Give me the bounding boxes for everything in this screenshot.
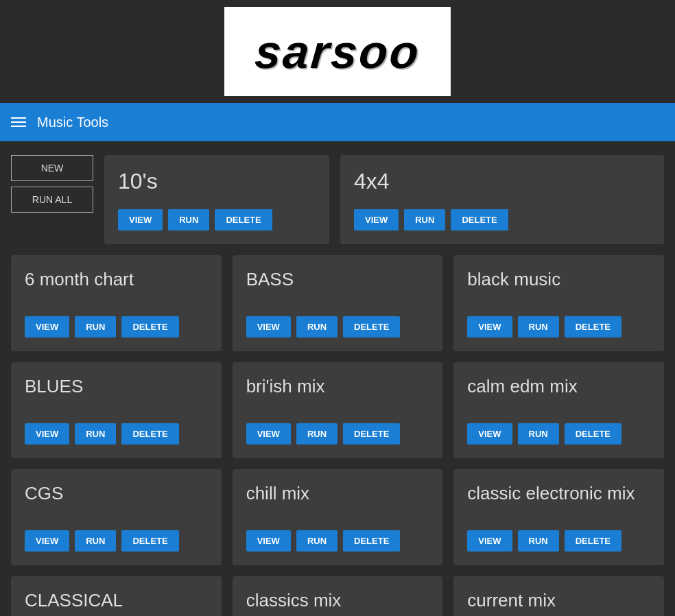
playlist-card-classical: CLASSICALVIEWRUNDELETE	[11, 576, 222, 616]
playlist-card-current-mix: current mixVIEWRUNDELETE	[453, 576, 664, 616]
logo-text: sarsoo	[252, 25, 423, 78]
delete-button-2[interactable]: DELETE	[565, 316, 621, 337]
card-title-3: BLUES	[25, 376, 208, 397]
playlist-card-classic-electronic-mix: classic electronic mixVIEWRUNDELETE	[453, 469, 664, 565]
playlist-card-black-music: black musicVIEWRUNDELETE	[453, 255, 664, 351]
view-button-4x4[interactable]: VIEW	[354, 209, 399, 230]
playlist-grid: 6 month chartVIEWRUNDELETEBASSVIEWRUNDEL…	[11, 255, 664, 616]
card-actions-7: VIEWRUNDELETE	[246, 530, 429, 552]
run-button-1[interactable]: RUN	[296, 316, 338, 337]
card-actions-8: VIEWRUNDELETE	[467, 530, 650, 552]
run-button-3[interactable]: RUN	[75, 423, 116, 445]
playlist-card-bri'ish-mix: bri'ish mixVIEWRUNDELETE	[233, 362, 443, 458]
card-title-7: chill mix	[246, 483, 429, 504]
card-actions-1: VIEWRUNDELETE	[246, 316, 429, 337]
toolbar-title: Music Tools	[37, 115, 108, 130]
delete-button-1[interactable]: DELETE	[343, 316, 400, 337]
delete-button-6[interactable]: DELETE	[121, 530, 178, 552]
run-button-4[interactable]: RUN	[296, 423, 338, 445]
card-title-8: classic electronic mix	[467, 483, 650, 504]
playlist-card-6-month-chart: 6 month chartVIEWRUNDELETE	[11, 255, 222, 351]
featured-row: 10's VIEW RUN DELETE 4x4 VIEW RUN DELETE	[104, 155, 664, 244]
view-button-6[interactable]: VIEW	[25, 530, 69, 552]
run-button-5[interactable]: RUN	[518, 423, 559, 445]
view-button-0[interactable]: VIEW	[25, 316, 69, 337]
card-title-4: bri'ish mix	[246, 376, 429, 397]
delete-button-4[interactable]: DELETE	[343, 423, 400, 445]
card-actions-4: VIEWRUNDELETE	[246, 423, 429, 445]
playlist-card-calm-edm-mix: calm edm mixVIEWRUNDELETE	[453, 362, 664, 458]
delete-button-7[interactable]: DELETE	[343, 530, 400, 552]
delete-button-5[interactable]: DELETE	[565, 423, 621, 445]
card-title-2: black music	[467, 269, 650, 290]
card-title-10: classics mix	[246, 590, 429, 611]
toolbar: Music Tools	[0, 103, 675, 141]
card-title-0: 6 month chart	[25, 269, 208, 290]
run-button-7[interactable]: RUN	[296, 530, 338, 552]
view-button-2[interactable]: VIEW	[467, 316, 512, 337]
view-button-3[interactable]: VIEW	[25, 423, 69, 445]
card-actions-5: VIEWRUNDELETE	[467, 423, 650, 445]
card-title-4x4: 4x4	[354, 169, 650, 194]
run-button-8[interactable]: RUN	[518, 530, 559, 552]
run-button-0[interactable]: RUN	[75, 316, 116, 337]
run-button-2[interactable]: RUN	[518, 316, 559, 337]
view-button-10s[interactable]: VIEW	[118, 209, 163, 230]
run-all-button[interactable]: RUN ALL	[11, 187, 93, 213]
card-actions-3: VIEWRUNDELETE	[25, 423, 208, 445]
card-title-9: CLASSICAL	[25, 590, 208, 611]
run-button-10s[interactable]: RUN	[168, 209, 209, 230]
playlist-card-10s: 10's VIEW RUN DELETE	[104, 155, 329, 244]
sidebar-buttons: NEW RUN ALL	[11, 155, 93, 244]
card-actions-10s: VIEW RUN DELETE	[118, 209, 316, 230]
new-button[interactable]: NEW	[11, 155, 93, 181]
card-actions-6: VIEWRUNDELETE	[25, 530, 208, 552]
main-content: NEW RUN ALL 10's VIEW RUN DELETE 4x4 VIE…	[0, 141, 675, 616]
card-title-6: CGS	[25, 483, 208, 504]
card-title-5: calm edm mix	[467, 376, 650, 397]
view-button-5[interactable]: VIEW	[467, 423, 512, 445]
header: sarsoo	[0, 0, 675, 103]
playlist-card-cgs: CGSVIEWRUNDELETE	[11, 469, 222, 565]
delete-button-4x4[interactable]: DELETE	[451, 209, 508, 230]
card-title-1: BASS	[246, 269, 429, 290]
card-actions-2: VIEWRUNDELETE	[467, 316, 650, 337]
view-button-7[interactable]: VIEW	[246, 530, 291, 552]
delete-button-3[interactable]: DELETE	[121, 423, 178, 445]
top-row: NEW RUN ALL 10's VIEW RUN DELETE 4x4 VIE…	[11, 155, 664, 244]
playlist-card-classics-mix: classics mixVIEWRUNDELETE	[233, 576, 443, 616]
playlist-card-bass: BASSVIEWRUNDELETE	[233, 255, 443, 351]
card-title-10s: 10's	[118, 169, 316, 194]
playlist-card-chill-mix: chill mixVIEWRUNDELETE	[233, 469, 443, 565]
hamburger-menu-icon[interactable]	[11, 117, 26, 127]
delete-button-0[interactable]: DELETE	[121, 316, 178, 337]
delete-button-8[interactable]: DELETE	[565, 530, 621, 552]
run-button-6[interactable]: RUN	[75, 530, 116, 552]
card-title-11: current mix	[467, 590, 650, 611]
view-button-8[interactable]: VIEW	[467, 530, 512, 552]
delete-button-10s[interactable]: DELETE	[215, 209, 272, 230]
card-actions-0: VIEWRUNDELETE	[25, 316, 208, 337]
run-button-4x4[interactable]: RUN	[404, 209, 445, 230]
card-actions-4x4: VIEW RUN DELETE	[354, 209, 650, 230]
view-button-1[interactable]: VIEW	[246, 316, 291, 337]
logo-box: sarsoo	[224, 7, 451, 96]
playlist-card-blues: BLUESVIEWRUNDELETE	[11, 362, 222, 458]
playlist-card-4x4: 4x4 VIEW RUN DELETE	[340, 155, 664, 244]
view-button-4[interactable]: VIEW	[246, 423, 291, 445]
